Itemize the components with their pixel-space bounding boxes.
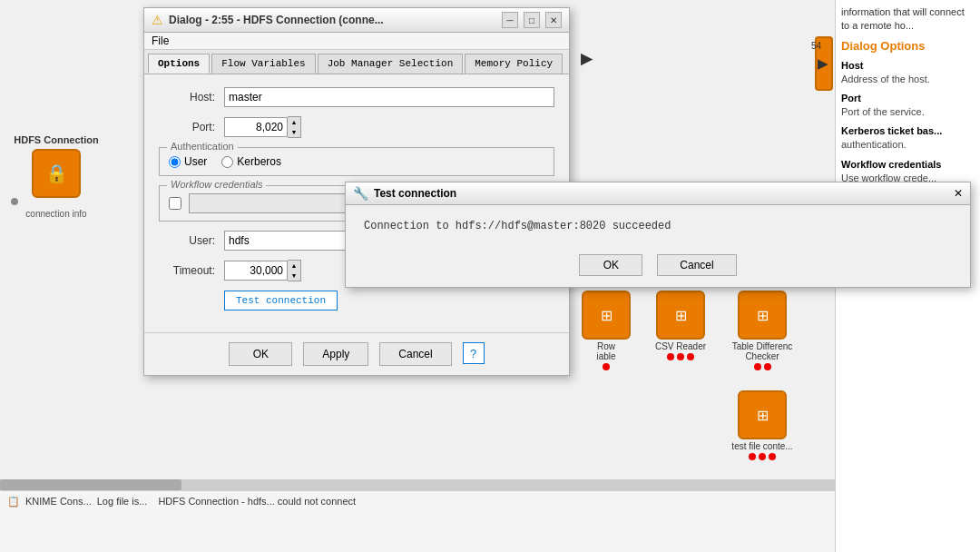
section-kerberos-title: Kerberos ticket bas...: [841, 125, 975, 136]
csv-reader-node[interactable]: ⊞ CSV Reader: [644, 291, 717, 360]
dialog-footer: OK Apply Cancel ?: [144, 332, 569, 375]
help-button[interactable]: ?: [463, 342, 485, 364]
table-diff-node[interactable]: ⊞ Table DifferencChecker: [726, 291, 799, 370]
section-workflow-title: Workflow credentials: [841, 159, 975, 170]
dialog-options-title: Dialog Options: [841, 39, 975, 53]
section-port-title: Port: [841, 93, 975, 104]
arrow-indicator: ▶: [818, 56, 828, 71]
test-connection-button[interactable]: Test connection: [224, 291, 338, 310]
workflow-creds-legend: Workflow credentials: [167, 179, 266, 190]
test-popup-titlebar: 🔧 Test connection ✕: [346, 182, 970, 205]
auth-kerberos-radio[interactable]: [221, 156, 233, 168]
test-popup-ok-button[interactable]: OK: [579, 254, 642, 276]
workflow-creds-checkbox[interactable]: [169, 197, 181, 210]
csv-reader-node-icon: ⊞: [656, 291, 705, 340]
host-row: Host:: [159, 87, 554, 107]
auth-user-radio[interactable]: [169, 156, 181, 168]
port-dot-6: [749, 453, 756, 460]
port-increment[interactable]: ▲: [288, 117, 300, 127]
test-popup-footer: OK Cancel: [346, 247, 970, 287]
tab-options[interactable]: Options: [148, 54, 210, 74]
table-diff-node-icon: ⊞: [738, 291, 787, 340]
auth-user-option[interactable]: User: [169, 155, 207, 168]
hdfs-node-sub: connection info: [11, 209, 102, 219]
port-label: Port:: [159, 121, 224, 133]
test-popup-cancel-button[interactable]: Cancel: [657, 254, 736, 276]
timeout-increment[interactable]: ▲: [288, 261, 300, 271]
host-input[interactable]: [224, 87, 554, 107]
dialog-title: Dialog - 2:55 - HDFS Connection (conne..…: [169, 14, 496, 26]
csv-reader-node-label: CSV Reader: [644, 341, 717, 351]
tab-flow-variables[interactable]: Flow Variables: [211, 54, 315, 74]
dialog-warning-icon: ⚠: [152, 13, 163, 27]
number-badge: 54: [811, 41, 821, 51]
port-row: Port: ▲ ▼: [159, 116, 554, 138]
user-label: User:: [159, 234, 224, 247]
cancel-button[interactable]: Cancel: [379, 342, 451, 366]
table-diff-node-label: Table DifferencChecker: [726, 341, 799, 361]
timeout-decrement[interactable]: ▼: [288, 271, 300, 281]
section-host-title: Host: [841, 60, 975, 71]
hdfs-node-icon: 🔒: [32, 149, 81, 198]
bottom-bar-url: HDFS Connection - hdfs... could not conn…: [158, 496, 356, 507]
port-dot-5: [764, 363, 771, 370]
test-file-node-label: test file conte...: [726, 441, 799, 451]
section-port-desc: Port of the service.: [841, 105, 975, 118]
right-panel-intro: information that will connect to a remot…: [841, 5, 975, 34]
port-input[interactable]: [224, 117, 288, 137]
auth-radio-group: User Kerberos: [169, 155, 544, 168]
bottom-bar-inner: 📋 KNIME Cons... Log file is... HDFS Conn…: [0, 491, 835, 511]
row-variable-node-label: Rowiable: [570, 341, 642, 361]
dialog-tabs: Options Flow Variables Job Manager Selec…: [144, 50, 569, 74]
auth-user-label: User: [184, 155, 207, 168]
tab-job-manager[interactable]: Job Manager Selection: [318, 54, 464, 74]
help-icon: ?: [470, 347, 476, 360]
port-dot-7: [759, 453, 766, 460]
close-button[interactable]: ✕: [545, 12, 562, 28]
bottom-bar: 📋 KNIME Cons... Log file is... HDFS Conn…: [0, 490, 835, 552]
port-dot-4: [754, 363, 761, 370]
timeout-spinner: ▲ ▼: [224, 260, 301, 281]
section-kerberos-desc: authentication.: [841, 138, 975, 151]
section-host-desc: Address of the host.: [841, 73, 975, 85]
auth-kerberos-label: Kerberos: [237, 155, 281, 168]
test-popup-body: Connection to hdfs://hdfs@master:8020 su…: [346, 205, 970, 247]
test-popup-title: Test connection: [374, 187, 948, 200]
test-file-node[interactable]: ⊞ test file conte...: [726, 390, 799, 460]
test-file-node-icon: ⊞: [738, 390, 787, 439]
apply-button[interactable]: Apply: [303, 342, 368, 366]
maximize-button[interactable]: □: [524, 12, 540, 28]
port-dot: [603, 363, 610, 370]
port-decrement[interactable]: ▼: [288, 127, 300, 137]
console-icon: 📋: [7, 496, 20, 508]
auth-group: Authentication User Kerberos: [159, 147, 554, 176]
timeout-input[interactable]: [224, 261, 288, 281]
test-connection-popup: 🔧 Test connection ✕ Connection to hdfs:/…: [345, 182, 971, 288]
host-label: Host:: [159, 91, 224, 104]
console-label: KNIME Cons...: [25, 496, 92, 507]
auth-kerberos-option[interactable]: Kerberos: [221, 155, 281, 168]
test-popup-message: Connection to hdfs://hdfs@master:8020 su…: [364, 220, 671, 232]
horizontal-scrollbar[interactable]: [0, 479, 835, 490]
hdfs-node-port: [11, 198, 18, 205]
timeout-spinner-buttons: ▲ ▼: [288, 260, 301, 281]
dialog-menubar[interactable]: File: [144, 33, 569, 50]
port-spinner: ▲ ▼: [224, 116, 301, 138]
lock-icon: 🔒: [45, 163, 68, 184]
scrollbar-thumb[interactable]: [0, 479, 181, 490]
test-popup-close[interactable]: ✕: [954, 187, 963, 200]
bottom-bar-log: Log file is...: [97, 496, 148, 507]
tab-memory-policy[interactable]: Memory Policy: [465, 54, 563, 74]
hdfs-node[interactable]: HDFS Connection 🔒 connection info: [11, 134, 102, 219]
row-variable-node[interactable]: ⊞ Rowiable: [570, 291, 642, 370]
row-variable-node-icon: ⊞: [582, 291, 631, 340]
ok-button[interactable]: OK: [229, 342, 292, 366]
dialog-titlebar: ⚠ Dialog - 2:55 - HDFS Connection (conne…: [144, 8, 569, 33]
port-dot-8: [769, 453, 776, 460]
test-connection-row: Test connection: [159, 291, 554, 310]
timeout-label: Timeout:: [159, 264, 224, 277]
minimize-button[interactable]: ─: [502, 12, 518, 28]
canvas-arrow: ▶: [581, 50, 592, 67]
port-dot-1: [667, 353, 674, 360]
file-menu[interactable]: File: [152, 34, 169, 47]
